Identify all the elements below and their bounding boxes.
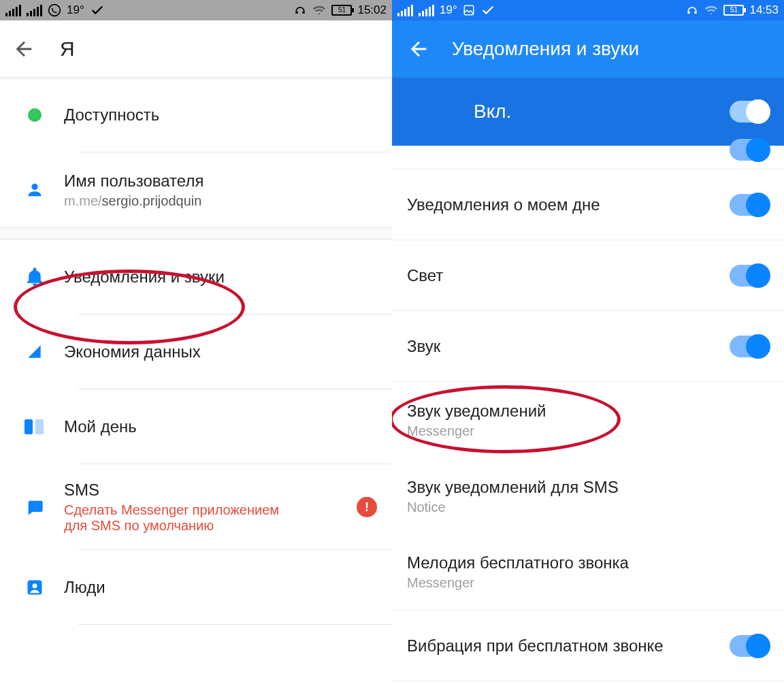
svg-rect-1 [24, 419, 33, 434]
subtitle: Сделать Messenger приложением для SMS по… [64, 502, 289, 534]
wifi-icon [704, 3, 718, 17]
status-bar-right: 19° 51 14:53 [392, 0, 784, 20]
row-ringtone[interactable]: Мелодия бесплатного звонка Messenger [392, 534, 784, 611]
label: Имя пользователя [64, 172, 377, 191]
row-username[interactable]: Имя пользователя m.me/sergio.prijodquin [0, 152, 392, 227]
row-notifications[interactable]: Уведомления и звуки [0, 240, 392, 314]
phone-left: 19° 51 15:02 Я Доступность Имя пользоват… [0, 0, 392, 697]
status-temp: 19° [67, 3, 84, 17]
toggle[interactable] [730, 265, 769, 287]
viber-icon [48, 3, 61, 17]
label: Звук уведомлений для SMS [407, 478, 619, 497]
row-my-day[interactable]: Мой день [0, 389, 392, 464]
headphones-icon [685, 3, 699, 17]
svg-rect-2 [35, 419, 44, 434]
row-data-saver[interactable]: Экономия данных [0, 314, 392, 389]
label: Свет [407, 266, 443, 285]
master-toggle[interactable] [730, 101, 769, 123]
row-availability[interactable]: Доступность [0, 78, 392, 152]
data-saver-icon [26, 343, 44, 361]
label: Мелодия бесплатного звонка [407, 553, 629, 572]
svg-point-4 [33, 583, 37, 588]
toggle[interactable] [730, 194, 769, 216]
label: Вибрация при бесплатном звонке [407, 636, 664, 655]
row-sms-sound[interactable]: Звук уведомлений для SMS Notice [392, 458, 784, 534]
label: SMS [64, 481, 357, 500]
row-my-day-notif[interactable]: Уведомления о моем дне [392, 169, 784, 240]
headphones-icon [293, 3, 307, 17]
appbar: Я [0, 20, 392, 78]
label: Звук уведомлений [407, 402, 546, 421]
wifi-icon [312, 3, 326, 17]
people-icon [25, 578, 44, 597]
status-temp: 19° [440, 3, 457, 17]
label: Люди [64, 578, 377, 597]
master-toggle-label: Вкл. [474, 101, 511, 123]
image-icon [463, 4, 475, 16]
signal-icon [5, 4, 21, 16]
page-title: Я [60, 37, 75, 61]
label: Мой день [64, 417, 377, 436]
status-bar-left: 19° 51 15:02 [0, 0, 392, 20]
person-icon [25, 180, 44, 199]
row-vibration-partial[interactable]: _ [392, 146, 784, 169]
appbar: Уведомления и звуки Вкл. [392, 20, 784, 146]
bell-icon [24, 267, 45, 287]
settings-list: Доступность Имя пользователя m.me/sergio… [0, 78, 392, 625]
row-sound[interactable]: Звук [392, 311, 784, 382]
row-notif-sound[interactable]: Звук уведомлений Messenger [392, 382, 784, 458]
toggle[interactable] [730, 635, 769, 657]
label: Экономия данных [64, 342, 377, 361]
notifications-list: _ Уведомления о моем дне Свет Звук Звук … [392, 146, 784, 681]
master-toggle-row[interactable]: Вкл. [392, 78, 784, 146]
username-value: m.me/sergio.prijodquin [64, 193, 377, 209]
toggle[interactable] [730, 336, 769, 357]
status-time: 14:53 [749, 3, 779, 17]
label: Уведомления и звуки [64, 268, 377, 287]
signal-icon [397, 4, 413, 16]
presence-dot-icon [28, 108, 42, 122]
svg-point-0 [49, 5, 61, 16]
status-time: 15:02 [357, 3, 387, 17]
alert-badge-icon: ! [357, 497, 377, 517]
row-light[interactable]: Свет [392, 240, 784, 311]
signal-icon [27, 4, 42, 16]
battery-icon: 51 [331, 5, 352, 16]
svg-rect-5 [464, 5, 474, 15]
page-title: Уведомления и звуки [452, 38, 639, 60]
row-sms[interactable]: SMS Сделать Messenger приложением для SM… [0, 464, 392, 550]
label: Доступность [64, 106, 377, 125]
subtitle: Messenger [407, 575, 629, 591]
row-people[interactable]: Люди [0, 550, 392, 625]
section-divider [0, 227, 392, 240]
toggle[interactable] [730, 139, 769, 161]
subtitle: Notice [407, 500, 619, 515]
check-icon [90, 3, 105, 18]
row-call-vibrate[interactable]: Вибрация при бесплатном звонке [392, 611, 784, 681]
chat-icon [25, 498, 44, 517]
check-icon [480, 3, 495, 18]
phone-right: 19° 51 14:53 Уведомления и звуки Вкл. _ … [392, 0, 784, 697]
label: Уведомления о моем дне [407, 195, 600, 214]
back-icon[interactable] [12, 37, 35, 61]
battery-icon: 51 [723, 5, 744, 16]
back-icon[interactable] [407, 37, 430, 61]
signal-icon [419, 4, 434, 16]
label: Звук [407, 337, 440, 356]
subtitle: Messenger [407, 423, 546, 439]
my-day-icon [24, 419, 45, 434]
